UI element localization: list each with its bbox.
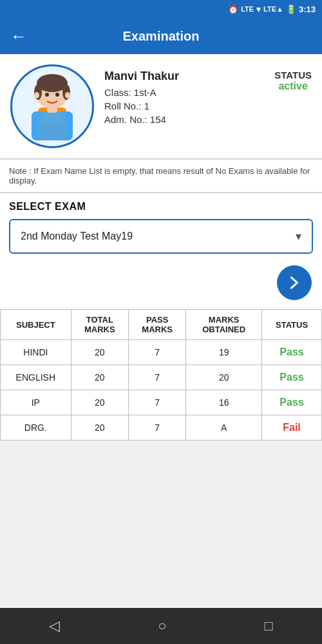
cell-status: Pass <box>262 340 322 365</box>
lte-icon: LTE <box>241 5 254 13</box>
svg-rect-6 <box>32 111 73 140</box>
status-icons: ⏰ LTE ▾ LTE▲ 🔋 3:13 <box>228 5 316 14</box>
roll-info: Roll No.: 1 <box>104 100 264 111</box>
col-marks-obtained: MARKSOBTAINED <box>186 310 262 340</box>
page-title: Examination <box>35 29 287 44</box>
exam-dropdown[interactable]: 2nd Monday Test May19 ▾ <box>9 219 313 254</box>
student-name: Manvi Thakur <box>104 70 264 83</box>
table-row: HINDI 20 7 19 Pass <box>1 340 322 365</box>
battery-icon: 🔋 <box>286 5 296 14</box>
cell-pass: 7 <box>129 365 186 390</box>
go-button[interactable] <box>277 265 312 300</box>
cell-subject: HINDI <box>1 340 71 365</box>
cell-pass: 7 <box>129 340 186 365</box>
cell-obtained: 19 <box>186 340 262 365</box>
table-row: DRG. 20 7 A Fail <box>1 415 322 440</box>
status-label: STATUS <box>274 70 312 80</box>
cell-status: Fail <box>262 415 322 440</box>
note-text: Note : If Exam Name List is empty, that … <box>9 166 310 185</box>
status-block: STATUS active <box>274 64 312 92</box>
cell-status: Pass <box>262 390 322 415</box>
nav-recent-icon[interactable]: □ <box>265 618 273 634</box>
select-exam-section: SELECT EXAM 2nd Monday Test May19 ▾ <box>0 193 322 259</box>
status-bar: ⏰ LTE ▾ LTE▲ 🔋 3:13 <box>0 0 322 18</box>
time-display: 3:13 <box>299 5 316 14</box>
cell-total: 20 <box>71 390 128 415</box>
avatar <box>10 64 94 148</box>
table-header-row: SUBJECT TOTALMARKS PASSMARKS MARKSOBTAIN… <box>1 310 322 340</box>
nav-home-icon[interactable]: ○ <box>158 618 166 634</box>
svg-point-12 <box>45 93 49 97</box>
adm-info: Adm. No.: 154 <box>104 114 264 125</box>
class-info: Class: 1st-A <box>104 87 264 98</box>
svg-point-14 <box>34 92 39 99</box>
wifi-icon: ▾ <box>256 5 261 14</box>
go-button-row <box>0 259 322 309</box>
cell-pass: 7 <box>129 390 186 415</box>
chevron-down-icon: ▾ <box>296 229 301 243</box>
nav-back-icon[interactable]: ◁ <box>49 618 60 634</box>
cell-subject: IP <box>1 390 71 415</box>
cell-status: Pass <box>262 365 322 390</box>
arrow-right-icon <box>285 274 303 292</box>
cell-total: 20 <box>71 415 128 440</box>
nav-bar: ◁ ○ □ <box>0 608 322 644</box>
note-section: Note : If Exam Name List is empty, that … <box>0 159 322 193</box>
cell-obtained: 20 <box>186 365 262 390</box>
dropdown-value: 2nd Monday Test May19 <box>21 231 133 242</box>
cell-pass: 7 <box>129 415 186 440</box>
results-table: SUBJECT TOTALMARKS PASSMARKS MARKSOBTAIN… <box>0 309 322 440</box>
table-row: IP 20 7 16 Pass <box>1 390 322 415</box>
cell-subject: ENGLISH <box>1 365 71 390</box>
svg-point-15 <box>65 92 70 99</box>
table-row: ENGLISH 20 7 20 Pass <box>1 365 322 390</box>
col-total-marks: TOTALMARKS <box>71 310 128 340</box>
header: ← Examination <box>0 18 322 54</box>
col-status: STATUS <box>262 310 322 340</box>
svg-point-13 <box>55 93 59 97</box>
cell-total: 20 <box>71 365 128 390</box>
status-value: active <box>278 80 307 92</box>
select-exam-label: SELECT EXAM <box>9 201 313 213</box>
cell-total: 20 <box>71 340 128 365</box>
col-subject: SUBJECT <box>1 310 71 340</box>
cell-subject: DRG. <box>1 415 71 440</box>
avatar-image <box>14 68 91 145</box>
cell-obtained: A <box>186 415 262 440</box>
alarm-icon: ⏰ <box>228 5 238 14</box>
signal-icon: LTE▲ <box>263 5 283 13</box>
back-button[interactable]: ← <box>10 26 27 46</box>
cell-obtained: 16 <box>186 390 262 415</box>
profile-section: Manvi Thakur Class: 1st-A Roll No.: 1 Ad… <box>0 54 322 158</box>
col-pass-marks: PASSMARKS <box>129 310 186 340</box>
results-table-section: SUBJECT TOTALMARKS PASSMARKS MARKSOBTAIN… <box>0 309 322 440</box>
